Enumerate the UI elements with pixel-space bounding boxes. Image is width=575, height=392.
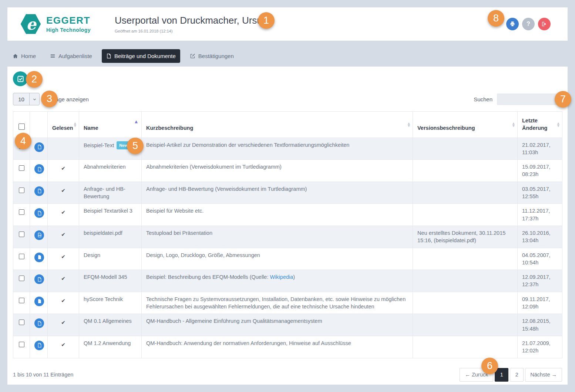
version-description [413, 314, 518, 336]
sort-icon[interactable]: ▲▼ [512, 122, 515, 127]
callout-badge-4: 4 [15, 133, 31, 149]
description-wikipedia-link[interactable]: Wikipedia [270, 274, 293, 280]
last-changed-date: 12.09.2017, 12:37h [518, 270, 562, 292]
document-type-icon[interactable]: PDF [34, 208, 44, 218]
row-checkbox[interactable] [19, 342, 24, 347]
tab-beitraege-und-dokumente[interactable]: Beiträge und Dokumente [102, 49, 180, 63]
main-navigation: Home Aufgabenliste Beiträge und Dokument… [8, 49, 238, 63]
file-icon [106, 53, 111, 59]
document-type-icon[interactable]: PDF [34, 186, 44, 196]
row-checkbox[interactable] [19, 187, 24, 193]
document-name-link[interactable]: beispieldatei.pdf [84, 230, 122, 236]
file-outline-icon [37, 145, 42, 149]
column-label: Kurzbeschreibung [146, 125, 193, 131]
table-body: PDF ✔ Beispiel-TextNew Beispiel-Artikel … [13, 138, 562, 358]
version-description [413, 160, 518, 182]
table-row: PDF ✔ Beispiel-TextNew Beispiel-Artikel … [13, 138, 562, 160]
table-row: PDF ✔ beispieldatei.pdf Testupload bei P… [13, 226, 562, 248]
file-solid-icon [37, 255, 42, 260]
document-name-link[interactable]: Design [84, 252, 100, 258]
row-checkbox[interactable] [19, 320, 24, 325]
document-name-link[interactable]: QM 1.2 Anwendung [84, 340, 131, 346]
version-description [413, 336, 518, 358]
table-row: PDF ✔ EFQM-Modell 345 Beispiel: Beschrei… [13, 270, 562, 292]
page-length-value: 10 [13, 93, 29, 105]
sort-icon[interactable]: ▲▼ [557, 122, 559, 127]
last-changed-date: 21.02.2017, 11:03h [518, 138, 562, 160]
document-type-icon[interactable]: PDF [34, 142, 44, 152]
row-checkbox[interactable] [19, 165, 24, 171]
column-header-kurzbeschreibung[interactable]: Kurzbeschreibung ▲▼ [142, 112, 413, 138]
version-description [413, 248, 518, 270]
page-button-2[interactable]: 2 [510, 368, 524, 382]
document-name-link[interactable]: Anfrage- und HB-Bewertung [84, 186, 125, 199]
read-check-icon: ✔ [61, 232, 65, 237]
row-checkbox[interactable] [19, 232, 24, 237]
logo-tagline: High Technology [46, 27, 91, 33]
printer-icon [510, 21, 515, 27]
callout-badge-6: 6 [481, 358, 498, 374]
tab-label: Beiträge und Dokumente [114, 53, 176, 59]
logout-button[interactable] [538, 18, 551, 30]
file-outline-icon [37, 211, 42, 216]
last-changed-date: 11.12.2017, 17:37h [518, 204, 562, 226]
document-name-link[interactable]: EFQM-Modell 345 [84, 274, 127, 280]
logo-hexagon-icon: e [20, 13, 41, 35]
last-changed-date: 03.05.2017, 12:55h [518, 182, 562, 204]
document-type-icon[interactable]: PDF [34, 274, 44, 284]
document-name-link[interactable]: Beispiel Textartikel 3 [84, 208, 132, 214]
print-button[interactable] [506, 18, 519, 30]
read-check-icon: ✔ [61, 320, 65, 325]
last-changed-date: 12.08.2015, 15:48h [518, 314, 562, 336]
document-type-icon[interactable]: PDF [34, 318, 44, 328]
file-pdf-icon: PDF [37, 233, 42, 237]
tab-aufgabenliste[interactable]: Aufgabenliste [46, 49, 97, 63]
callout-badge-1: 1 [258, 12, 275, 29]
row-checkbox[interactable] [19, 276, 24, 281]
document-type-icon[interactable]: PDF [34, 164, 44, 174]
document-type-icon[interactable]: PDF [34, 297, 44, 306]
last-changed-date: 26.10.2016, 13:04h [518, 226, 562, 248]
document-name-link[interactable]: QM 0.1 Allgemeines [84, 318, 132, 324]
tab-home[interactable]: Home [8, 49, 40, 63]
document-type-icon[interactable]: PDF [34, 253, 44, 262]
document-type-icon[interactable]: PDF [34, 341, 44, 350]
check-square-icon [17, 75, 24, 82]
file-outline-icon [37, 321, 42, 326]
column-label: Gelesen [52, 125, 73, 131]
description-text: Technische Fragen zu Systemvoraussetzung… [146, 296, 406, 310]
column-header-name[interactable]: Name ▲ [79, 112, 142, 138]
column-header-letzte-aenderung[interactable]: Letzte Änderung ▲▼ [518, 112, 562, 138]
tab-label: Bestätigungen [198, 53, 234, 59]
search-input[interactable] [497, 94, 562, 105]
document-name-link[interactable]: Beispiel-Text [84, 142, 114, 148]
document-name-link[interactable]: hyScore Technik [84, 296, 123, 302]
select-all-checkbox[interactable] [19, 124, 25, 130]
table-row: PDF ✔ Anfrage- und HB-Bewertung Anfrage-… [13, 182, 562, 204]
column-header-gelesen[interactable]: Gelesen ▲▼ [48, 112, 79, 138]
row-checkbox[interactable] [19, 298, 24, 303]
page-title: Userportal von Druckmacher, Ursula [115, 15, 270, 26]
sort-ascending-icon[interactable]: ▲ [135, 119, 138, 124]
tab-bestaetigungen[interactable]: Bestätigungen [185, 49, 238, 63]
read-check-icon: ✔ [61, 254, 65, 260]
select-all-button[interactable] [13, 71, 28, 86]
document-name-link[interactable]: Abnahmekriterien [84, 164, 126, 170]
help-button[interactable]: ? [522, 18, 535, 30]
sort-icon[interactable]: ▲▼ [74, 122, 76, 127]
description-text: Design, Logo, Drucklogo, Größe, Abmessun… [146, 252, 260, 258]
sort-icon[interactable]: ▲▼ [408, 122, 410, 127]
row-checkbox[interactable] [19, 209, 24, 215]
last-changed-date: 09.11.2017, 12:09h [518, 292, 562, 314]
svg-text:PDF: PDF [38, 235, 41, 237]
search-label: Suchen [474, 96, 492, 102]
row-checkbox[interactable] [19, 254, 24, 259]
column-label: Versionsbeschreibung [417, 125, 475, 131]
page-length-select[interactable]: 10 [13, 93, 40, 105]
company-logo: e EGGERT High Technology [20, 13, 106, 35]
column-header-versionsbeschreibung[interactable]: Versionsbeschreibung ▲▼ [413, 112, 518, 138]
document-type-icon[interactable]: PDF [34, 230, 44, 240]
next-page-button[interactable]: Nächste → [525, 368, 562, 382]
callout-badge-2: 2 [26, 71, 43, 88]
version-description [413, 292, 518, 314]
